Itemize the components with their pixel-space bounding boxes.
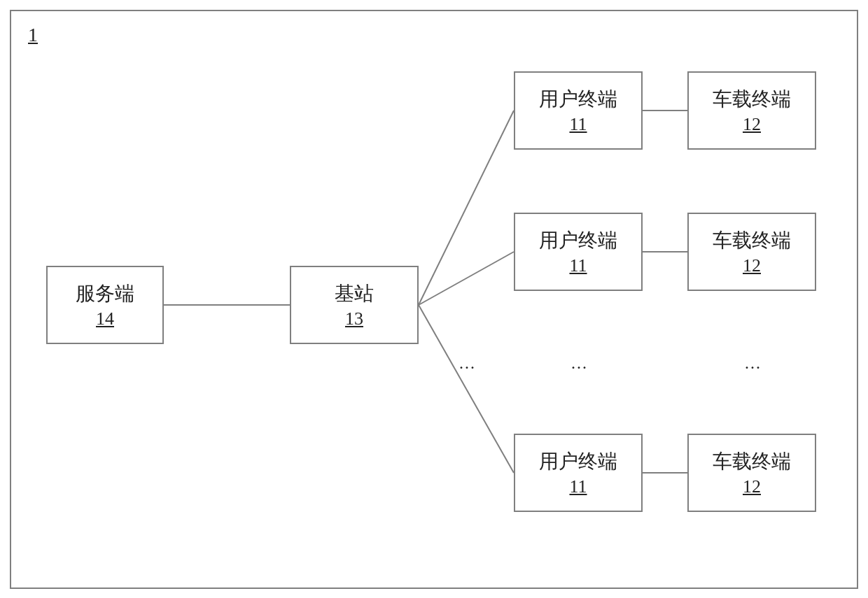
- vehicle-terminal-number: 12: [743, 255, 761, 276]
- user-terminal-number: 11: [569, 476, 587, 497]
- user-terminal-box: 用户终端 11: [514, 213, 643, 291]
- user-terminal-number: 11: [569, 114, 587, 135]
- vehicle-terminal-number: 12: [743, 114, 761, 135]
- ellipsis-right: ...: [739, 354, 767, 373]
- user-terminal-label: 用户终端: [539, 86, 617, 113]
- base-station-label: 基站: [335, 280, 374, 307]
- vehicle-terminal-number: 12: [743, 476, 761, 497]
- vehicle-terminal-label: 车载终端: [713, 227, 791, 254]
- vehicle-terminal-label: 车载终端: [713, 448, 791, 475]
- server-number: 14: [96, 308, 114, 329]
- base-station-number: 13: [345, 308, 363, 329]
- server-box: 服务端 14: [46, 266, 164, 344]
- diagram-id-label: 1: [28, 24, 38, 46]
- user-terminal-number: 11: [569, 255, 587, 276]
- ellipsis-center: ...: [566, 354, 594, 373]
- svg-line-2: [419, 252, 514, 305]
- user-terminal-box: 用户终端 11: [514, 434, 643, 512]
- svg-line-1: [419, 111, 514, 305]
- user-terminal-box: 用户终端 11: [514, 71, 643, 150]
- user-terminal-label: 用户终端: [539, 448, 617, 475]
- ellipsis-left: ...: [454, 354, 482, 373]
- user-terminal-label: 用户终端: [539, 227, 617, 254]
- diagram-container: 1 服务端 14 基站 13 用户终端 11 车载终端 12 用户终端 11: [10, 10, 858, 589]
- vehicle-terminal-box: 车载终端 12: [687, 434, 816, 512]
- vehicle-terminal-box: 车载终端 12: [687, 213, 816, 291]
- server-label: 服务端: [76, 280, 134, 307]
- vehicle-terminal-label: 车载终端: [713, 86, 791, 113]
- svg-line-3: [419, 305, 514, 473]
- base-station-box: 基站 13: [290, 266, 419, 344]
- vehicle-terminal-box: 车载终端 12: [687, 71, 816, 150]
